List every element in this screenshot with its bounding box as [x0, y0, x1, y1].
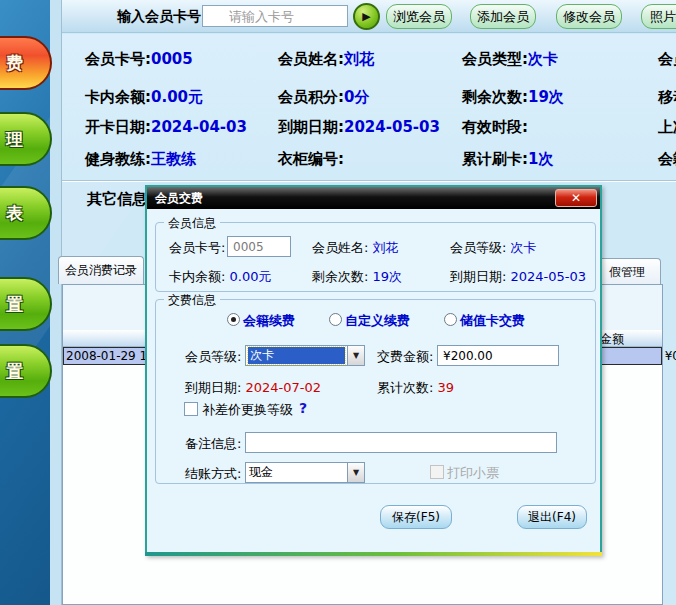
button-label: 保存(F5)	[392, 509, 440, 526]
sidebar-item-label: 表	[6, 202, 23, 225]
sidebar-item-label: 理	[6, 128, 23, 151]
dlg-total-times-field: 累计次数: 39	[377, 379, 454, 397]
button-label: 照片操作	[650, 8, 676, 26]
remaining-field: 剩余次数:19次	[462, 88, 564, 107]
app-window: 费 理 表 置 置 输入会员卡号: ▶ 浏览会员 添加会员 修改会员 照片操作 …	[0, 0, 676, 605]
play-icon: ▶	[362, 10, 370, 23]
grade-select-value: 次卡	[248, 347, 345, 364]
dialog-titlebar[interactable]: 会员交费	[147, 187, 600, 209]
clipped-field: 上次	[658, 118, 676, 137]
clipped-field: 移动	[658, 88, 676, 107]
card-number-label: 输入会员卡号:	[117, 8, 207, 26]
swipe-count-field: 累计刷卡:1次	[462, 150, 553, 169]
sidebar-item-report[interactable]: 表	[0, 186, 52, 240]
amount-input[interactable]	[437, 345, 559, 366]
dlg-payment-label: 结账方式:	[185, 465, 241, 483]
close-icon: ✕	[571, 191, 581, 205]
row-amount: ¥0.00	[598, 349, 676, 363]
grade-select[interactable]: 次卡 ▼	[245, 345, 365, 366]
points-field: 会员积分:0分	[278, 88, 369, 107]
radio-label[interactable]: 会籍续费	[243, 312, 295, 330]
dlg-grade2-label: 会员等级:	[185, 348, 241, 366]
payment-method-select[interactable]: 现金 ▼	[245, 462, 365, 483]
coach-field: 健身教练:王教练	[85, 150, 196, 169]
member-type-field: 会员类型:次卡	[462, 50, 558, 69]
dlg-times-field: 剩余次数: 19次	[312, 268, 402, 286]
dlg-card-input[interactable]	[227, 236, 291, 257]
topbar: 输入会员卡号: ▶ 浏览会员 添加会员 修改会员 照片操作	[62, 0, 676, 33]
locker-field: 衣柜编号:	[278, 150, 344, 169]
dlg-card-label: 会员卡号:	[169, 239, 225, 257]
balance-field: 卡内余额:0.00元	[85, 88, 203, 107]
tab-label: 假管理	[609, 264, 645, 281]
button-label: 修改会员	[563, 8, 615, 26]
sidebar-item-setting2[interactable]: 置	[0, 344, 52, 398]
payment-select-value: 现金	[246, 464, 347, 481]
divider	[62, 180, 676, 182]
dlg-balance-field: 卡内余额: 0.00元	[169, 268, 271, 286]
dlg-remark-label: 备注信息:	[185, 435, 241, 453]
tab-label: 会员消费记录	[65, 262, 137, 279]
group-legend: 会员信息	[164, 215, 220, 232]
remark-input[interactable]	[245, 432, 557, 453]
save-button[interactable]: 保存(F5)	[380, 505, 452, 529]
dlg-expire-field: 到期日期: 2024-05-03	[450, 268, 586, 286]
upgrade-checkbox-label[interactable]: 补差价更换等级	[202, 401, 293, 419]
clipped-field: 会籍	[658, 150, 676, 169]
card-number-input[interactable]	[202, 5, 348, 27]
dialog-accent-bar	[145, 552, 602, 556]
expire-date-field: 到期日期:2024-05-03	[278, 118, 440, 137]
chevron-down-icon[interactable]: ▼	[347, 346, 364, 365]
sidebar-item-setting1[interactable]: 置	[0, 277, 52, 331]
dlg-new-expire-field: 到期日期: 2024-07-02	[185, 379, 321, 397]
go-button[interactable]: ▶	[353, 3, 380, 30]
sidebar-item-pay[interactable]: 费	[0, 36, 52, 90]
payment-dialog: 会员交费 ✕ 会员信息 会员卡号: 会员姓名: 刘花 会员等级: 次卡 卡内余额…	[145, 185, 602, 556]
photo-button[interactable]: 照片操作	[641, 4, 676, 29]
row-datetime: 2008-01-29 11	[66, 349, 155, 363]
amount-column-header: 金额	[600, 331, 624, 348]
close-button[interactable]: ✕	[555, 189, 597, 207]
edit-member-button[interactable]: 修改会员	[556, 4, 622, 29]
exit-button[interactable]: 退出(F4)	[517, 505, 587, 529]
open-date-field: 开卡日期:2024-04-03	[85, 118, 247, 137]
valid-period-field: 有效时段:	[462, 118, 528, 137]
add-member-button[interactable]: 添加会员	[470, 4, 536, 29]
sidebar-item-label: 费	[6, 52, 23, 75]
sidebar-item-label: 置	[6, 360, 23, 383]
member-name-field: 会员姓名:刘花	[278, 50, 374, 69]
upgrade-checkbox[interactable]	[184, 402, 198, 416]
browse-member-button[interactable]: 浏览会员	[386, 4, 452, 29]
other-info-label: 其它信息	[87, 190, 147, 209]
radio-custom-renewal[interactable]	[329, 313, 342, 326]
button-label: 退出(F4)	[528, 509, 576, 526]
dlg-amount-label: 交费金额:	[377, 348, 433, 366]
dialog-title: 会员交费	[155, 190, 203, 207]
button-label: 添加会员	[477, 8, 529, 26]
print-receipt-checkbox	[430, 465, 444, 479]
question-icon[interactable]: ?	[299, 400, 307, 416]
radio-membership-renewal[interactable]	[227, 313, 240, 326]
member-card-field: 会员卡号:0005	[85, 50, 193, 69]
radio-label[interactable]: 自定义续费	[345, 312, 410, 330]
clipped-field: 会员	[658, 50, 676, 69]
radio-label[interactable]: 储值卡交费	[460, 312, 525, 330]
group-legend: 交费信息	[164, 292, 220, 309]
tab-consumption-records[interactable]: 会员消费记录	[58, 256, 144, 284]
dlg-name-field: 会员姓名: 刘花	[312, 239, 399, 257]
chevron-down-icon[interactable]: ▼	[347, 463, 364, 482]
button-label: 浏览会员	[393, 8, 445, 26]
sidebar-item-label: 置	[6, 293, 23, 316]
print-receipt-label: 打印小票	[447, 464, 499, 482]
sidebar-item-manage[interactable]: 理	[0, 112, 52, 166]
dlg-grade-field: 会员等级: 次卡	[450, 239, 537, 257]
tab-leave-management[interactable]: 假管理	[593, 258, 661, 286]
radio-stored-value[interactable]	[444, 313, 457, 326]
